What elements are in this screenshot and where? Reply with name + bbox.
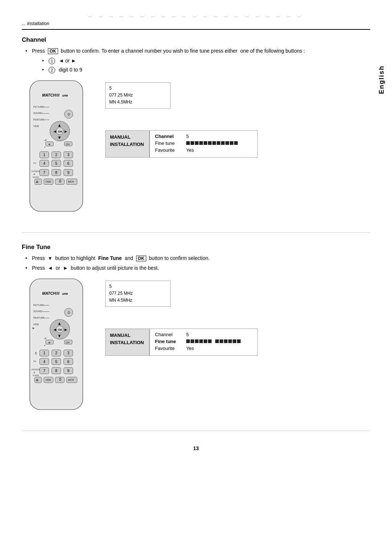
- ft2-sq6: [208, 339, 212, 343]
- svg-text:3: 3: [67, 152, 69, 157]
- spacer1: [105, 116, 370, 123]
- ft2-sq11: [233, 339, 236, 343]
- left-arrow-2: ◄: [48, 265, 53, 271]
- ft-sq10: [225, 141, 229, 145]
- svg-text:⊕: ⊕: [33, 371, 35, 374]
- ft-sq1: [186, 141, 190, 145]
- svg-text:0: 0: [59, 377, 61, 382]
- svg-text:0: 0: [59, 179, 61, 183]
- ft-finetune-label: Fine tune: [155, 339, 180, 344]
- svg-text:▲: ▲: [57, 321, 62, 326]
- svg-text:▲: ▲: [57, 123, 62, 127]
- tv-line2: 077.25 MHz: [109, 92, 167, 99]
- svg-text:9: 9: [67, 170, 69, 175]
- ft2-sq1: [186, 339, 190, 343]
- channel-menu-row1: Channel 5: [155, 134, 252, 139]
- ft-menu-row2: Fine tune: [155, 339, 252, 344]
- finetune-tv-display: 5 077.25 MHz MN 4.5MHz: [105, 281, 171, 307]
- svg-rect-0: [30, 81, 83, 212]
- svg-text:une: une: [62, 292, 68, 296]
- section-separator: [22, 232, 370, 233]
- finetune-menu-left-line2: INSTALLATION: [110, 339, 145, 347]
- channel-menu-right: Channel 5 Fine tune: [150, 131, 257, 157]
- finetune-bullet1: Press ▼ button to highlight Fine Tune an…: [25, 254, 370, 262]
- svg-text:⏻: ⏻: [36, 180, 38, 183]
- channel-sub2: 2 digit 0 to 9: [42, 66, 370, 74]
- ft-sq12: [234, 141, 238, 145]
- svg-text:5: 5: [55, 359, 57, 364]
- svg-text:VIDE: VIDE: [33, 323, 39, 326]
- ft2-sq7: [215, 339, 219, 343]
- svg-text:⊿: ⊿: [44, 138, 47, 142]
- ft-sq9: [221, 141, 225, 145]
- ft-sq6: [208, 141, 212, 145]
- svg-text:SOUND: SOUND: [33, 310, 42, 313]
- svg-text:►: ►: [64, 129, 68, 134]
- svg-text:5: 5: [55, 161, 57, 166]
- down-arrow-1: ▼: [48, 256, 53, 261]
- finetune-bullet2: Press ◄ or ► button to adjust until pict…: [25, 264, 370, 272]
- svg-text:SOUND: SOUND: [33, 375, 39, 376]
- ft-bar-1: [186, 141, 238, 145]
- finetune-content-area: MATCH /// une PICTURE SOUND FEATURE O VI…: [22, 277, 370, 416]
- ft2-sq10: [228, 339, 232, 343]
- svg-text:4: 4: [43, 359, 45, 364]
- svg-text:ΣΩ: ΣΩ: [33, 162, 37, 164]
- ft-sq4: [199, 141, 203, 145]
- tv-line3: MN 4.5MHz: [109, 99, 167, 106]
- channel-tv-display: 5 077.25 MHz MN 4.5MHz: [105, 82, 171, 109]
- svg-text:▼: ▼: [57, 135, 62, 140]
- svg-text:///: ///: [56, 291, 60, 296]
- svg-text:OSD: OSD: [46, 379, 51, 381]
- ft-menu-row1: Channel 5: [155, 332, 252, 337]
- svg-text:OSD: OSD: [46, 180, 51, 183]
- svg-text:E: E: [35, 351, 37, 355]
- ft-sq8: [217, 141, 220, 145]
- channel-sub2-text: digit 0 to 9: [59, 67, 82, 73]
- svg-text:►: ►: [32, 326, 36, 330]
- svg-text:FEATURE: FEATURE: [33, 317, 45, 319]
- finetune-bar-display: [186, 141, 238, 145]
- channel-content-area: MATCH /// une PICTURE SOUND FEATURE O VI…: [22, 79, 370, 218]
- svg-text:↙: ↙: [44, 146, 46, 148]
- svg-text:6: 6: [67, 359, 69, 364]
- svg-text:VIDE: VIDE: [33, 125, 39, 127]
- svg-text:2: 2: [55, 152, 57, 157]
- tv-line1: 5: [109, 85, 167, 92]
- ok-label-2: OK: [136, 256, 146, 261]
- ft-tv-line2: 077.25 MHz: [109, 290, 167, 297]
- channel-menu-display: MANUAL INSTALLATION Channel 5 Fine tune: [105, 130, 258, 158]
- favourite-value: Yes: [186, 147, 194, 153]
- channel-menu-row2: Fine tune: [155, 140, 252, 146]
- channel-label: Channel: [155, 134, 180, 139]
- svg-text:⊕: ⊕: [48, 341, 50, 344]
- ft-tv-line3: MN 4.5MHz: [109, 297, 167, 304]
- svg-text:OK: OK: [58, 328, 62, 331]
- svg-text:MATCH: MATCH: [42, 93, 56, 97]
- ft-sq5: [204, 141, 207, 145]
- ft2-sq9: [224, 339, 228, 343]
- ft-bar-2: [186, 339, 241, 343]
- ft-bar-display2: [186, 339, 241, 343]
- svg-text:►: ►: [64, 327, 68, 332]
- ft-sq7: [212, 141, 216, 145]
- ft2-sq8: [220, 339, 223, 343]
- svg-text:2: 2: [55, 351, 57, 355]
- svg-text:OK: OK: [58, 130, 62, 133]
- channel-menu-left-line2: INSTALLATION: [110, 141, 145, 148]
- svg-text:une: une: [62, 94, 68, 97]
- svg-text:SOUND: SOUND: [33, 176, 39, 178]
- finetune-displays: 5 077.25 MHz MN 4.5MHz MANUAL INSTALLATI…: [105, 277, 370, 416]
- svg-text:A/CH: A/CH: [68, 180, 74, 183]
- svg-text:3: 3: [67, 351, 69, 355]
- channel-section: Channel Press OK button to confirm. To e…: [22, 36, 370, 218]
- finetune-label: Fine tune: [155, 140, 180, 146]
- header-installation-label: ... installation: [22, 21, 370, 26]
- svg-rect-56: [30, 279, 83, 410]
- svg-text:8: 8: [55, 368, 57, 373]
- finetune-menu-left: MANUAL INSTALLATION: [106, 329, 149, 355]
- channel-bullet1: Press OK button to confirm. To enter a c…: [25, 47, 370, 74]
- svg-text:⊿: ⊿: [44, 336, 47, 340]
- header-divider: [22, 29, 370, 30]
- ft-favourite-label: Favourite: [155, 346, 180, 351]
